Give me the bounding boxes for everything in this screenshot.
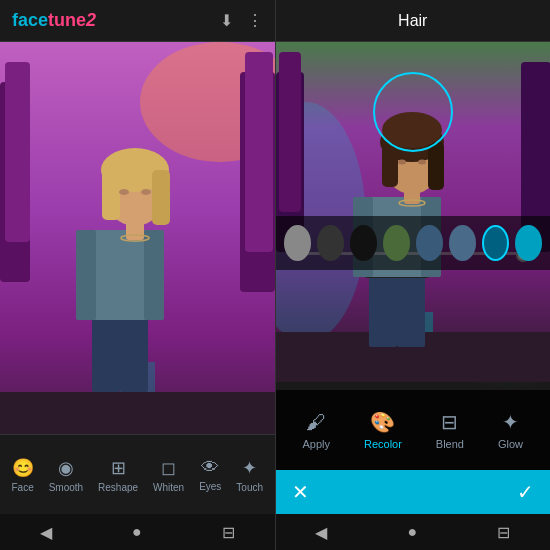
color-swatch-darkblack[interactable] [350, 225, 377, 261]
tool-touch[interactable]: ✦ Touch [230, 453, 269, 497]
color-swatch-darkblue[interactable] [416, 225, 443, 261]
tool-whiten[interactable]: ◻ Whiten [147, 453, 190, 497]
svg-rect-22 [152, 170, 170, 225]
svg-rect-21 [102, 170, 120, 220]
menu-button[interactable]: ⊟ [222, 523, 235, 542]
svg-point-24 [141, 189, 151, 195]
tool-smooth-label: Smooth [49, 482, 83, 493]
svg-rect-15 [76, 230, 96, 320]
svg-rect-4 [5, 62, 30, 242]
color-swatch-bluegray[interactable] [449, 225, 476, 261]
svg-point-47 [398, 160, 406, 165]
eyes-icon: 👁 [201, 457, 219, 478]
right-header: Hair [276, 0, 551, 42]
tool-apply[interactable]: 🖌 Apply [302, 411, 330, 450]
left-panel: facetune2 ⬇ ⋮ [0, 0, 275, 550]
left-nav-bar: ◀ ● ⊟ [0, 514, 275, 550]
tool-touch-label: Touch [236, 482, 263, 493]
header-icons: ⬇ ⋮ [220, 11, 263, 30]
menu-button-right[interactable]: ⊟ [497, 523, 510, 542]
hair-color-row [276, 216, 551, 270]
background-scene [0, 42, 275, 434]
more-icon[interactable]: ⋮ [247, 11, 263, 30]
recolor-icon: 🎨 [370, 410, 395, 434]
color-swatch-green[interactable] [383, 225, 410, 261]
svg-rect-6 [245, 52, 273, 252]
right-panel: Hair [276, 0, 551, 550]
app-logo: facetune2 [12, 10, 96, 31]
color-swatch-teal[interactable] [482, 225, 509, 261]
logo-tune: tune [48, 10, 86, 30]
svg-point-48 [418, 160, 426, 165]
home-button-right[interactable]: ● [407, 523, 417, 541]
back-button[interactable]: ◀ [40, 523, 52, 542]
color-swatch-gray[interactable] [284, 225, 311, 261]
svg-rect-28 [279, 52, 301, 212]
download-icon[interactable]: ⬇ [220, 11, 233, 30]
left-toolbar: 😊 Face ◉ Smooth ⊞ Reshape ◻ Whiten 👁 Eye… [0, 434, 275, 514]
tool-glow[interactable]: ✦ Glow [498, 410, 523, 450]
tool-blend[interactable]: ⊟ Blend [436, 410, 464, 450]
svg-rect-33 [369, 277, 397, 347]
svg-rect-10 [92, 312, 120, 392]
tool-smooth[interactable]: ◉ Smooth [43, 453, 89, 497]
recolor-label: Recolor [364, 438, 402, 450]
tool-face[interactable]: 😊 Face [5, 453, 39, 497]
color-swatch-cyan[interactable] [515, 225, 542, 261]
glow-icon: ✦ [502, 410, 519, 434]
apply-icon: 🖌 [306, 411, 326, 434]
right-action-bar: ✕ ✓ [276, 470, 551, 514]
tool-reshape-label: Reshape [98, 482, 138, 493]
confirm-button[interactable]: ✓ [517, 480, 534, 504]
svg-rect-16 [144, 230, 164, 320]
color-swatch-black[interactable] [317, 225, 344, 261]
smooth-icon: ◉ [58, 457, 74, 479]
svg-rect-34 [397, 277, 425, 347]
svg-rect-9 [0, 392, 275, 434]
tool-face-label: Face [11, 482, 33, 493]
apply-label: Apply [302, 438, 330, 450]
tool-whiten-label: Whiten [153, 482, 184, 493]
svg-point-46 [382, 112, 442, 148]
whiten-icon: ◻ [161, 457, 176, 479]
reshape-icon: ⊞ [111, 457, 126, 479]
tool-recolor[interactable]: 🎨 Recolor [364, 410, 402, 450]
blend-icon: ⊟ [441, 410, 458, 434]
right-nav-bar: ◀ ● ⊟ [276, 514, 551, 550]
left-image-area [0, 42, 275, 434]
left-header: facetune2 ⬇ ⋮ [0, 0, 275, 42]
right-image-area [276, 42, 551, 390]
tool-reshape[interactable]: ⊞ Reshape [92, 453, 144, 497]
logo-face: face [12, 10, 48, 30]
svg-rect-44 [382, 142, 398, 187]
back-button-right[interactable]: ◀ [315, 523, 327, 542]
right-panel-title: Hair [398, 12, 427, 30]
face-icon: 😊 [12, 457, 34, 479]
touch-icon: ✦ [242, 457, 257, 479]
svg-point-23 [119, 189, 129, 195]
blend-label: Blend [436, 438, 464, 450]
cancel-button[interactable]: ✕ [292, 480, 309, 504]
logo-two: 2 [86, 10, 96, 30]
home-button[interactable]: ● [132, 523, 142, 541]
right-tools-bar: 🖌 Apply 🎨 Recolor ⊟ Blend ✦ Glow [276, 390, 551, 470]
glow-label: Glow [498, 438, 523, 450]
tool-eyes-label: Eyes [199, 481, 221, 492]
tool-eyes[interactable]: 👁 Eyes [193, 453, 227, 496]
right-background-scene [276, 42, 550, 382]
svg-rect-45 [428, 142, 444, 190]
svg-rect-11 [120, 312, 148, 392]
